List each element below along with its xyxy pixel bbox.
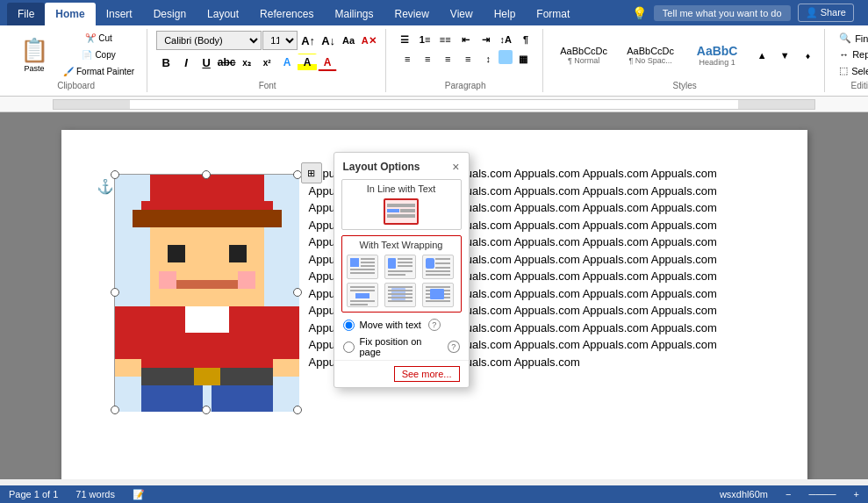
cut-button[interactable]: ✂️ Cut [58, 31, 140, 46]
fix-position-info-icon[interactable]: ? [448, 341, 459, 353]
share-icon: 👤 [806, 7, 818, 18]
font-color-button[interactable]: A [318, 54, 337, 71]
square-wrap-icon[interactable] [347, 255, 378, 279]
tight-wrap-icon[interactable] [384, 255, 416, 279]
multilevel-button[interactable]: ≡≡ [435, 31, 455, 48]
font-size-select[interactable]: 11 [262, 31, 298, 50]
tab-insert[interactable]: Insert [96, 3, 143, 25]
decrease-font-button[interactable]: A↓ [319, 32, 338, 49]
copy-button[interactable]: 📄 Copy [58, 47, 140, 62]
see-more-link[interactable]: See more... [394, 366, 460, 382]
tab-view[interactable]: View [440, 3, 484, 25]
subscript-button[interactable]: x₂ [237, 54, 256, 71]
handle-mid-left[interactable] [111, 288, 119, 297]
tab-help[interactable]: Help [484, 3, 527, 25]
svg-rect-12 [185, 306, 229, 333]
style-heading1[interactable]: AaBbC Heading 1 [685, 41, 749, 69]
zoom-in-button[interactable]: + [854, 489, 859, 499]
bold-button[interactable]: B [156, 54, 176, 71]
style-normal-preview: AaBbCcDc [560, 46, 607, 56]
selected-image-container[interactable]: ⊞ [114, 174, 298, 411]
format-painter-button[interactable]: 🖌️ Format Painter [58, 64, 140, 79]
line-spacing-button[interactable]: ↕ [478, 50, 498, 68]
replace-icon: ↔ [839, 49, 849, 60]
styles-scroll-up[interactable]: ▲ [752, 48, 771, 62]
highlight-button[interactable]: A [298, 54, 317, 71]
svg-rect-34 [398, 265, 412, 267]
style-no-spacing[interactable]: AaBbCcDc ¶ No Spac... [619, 43, 682, 68]
show-marks-button[interactable]: ¶ [516, 31, 535, 48]
align-left-button[interactable]: ≡ [398, 50, 417, 68]
underline-button[interactable]: U [197, 54, 216, 71]
top-bottom-wrap-icon[interactable] [347, 283, 378, 307]
tab-references[interactable]: References [249, 3, 324, 25]
increase-font-button[interactable]: A↑ [298, 32, 318, 49]
tab-format[interactable]: Format [526, 3, 580, 25]
ruler [0, 97, 868, 112]
sort-button[interactable]: ↕A [496, 31, 515, 48]
move-with-text-info-icon[interactable]: ? [428, 319, 441, 331]
find-button[interactable]: 🔍 Find ▼ [834, 31, 868, 46]
tab-design[interactable]: Design [143, 3, 197, 25]
fix-position-input[interactable] [343, 341, 355, 353]
handle-top-mid[interactable] [202, 170, 211, 179]
paste-button[interactable]: 📋 Paste [12, 32, 56, 77]
handle-mid-right[interactable] [293, 288, 302, 297]
zoom-slider[interactable]: ──── [808, 489, 836, 499]
change-case-button[interactable]: Aa [339, 32, 358, 49]
justify-button[interactable]: ≡ [458, 50, 477, 68]
pixel-art-image [115, 175, 299, 412]
handle-bot-mid[interactable] [202, 406, 211, 414]
handle-bot-left[interactable] [111, 406, 119, 414]
styles-group: AaBbCcDc ¶ Normal AaBbCcDc ¶ No Spac... … [545, 29, 825, 92]
svg-rect-24 [387, 214, 415, 218]
move-with-text-input[interactable] [343, 320, 355, 331]
tab-home[interactable]: Home [45, 3, 95, 25]
svg-rect-43 [350, 286, 375, 288]
shading-button[interactable] [499, 50, 513, 64]
numbering-button[interactable]: 1≡ [415, 31, 434, 48]
align-right-button[interactable]: ≡ [438, 50, 457, 68]
strikethrough-button[interactable]: abc [217, 54, 236, 71]
svg-rect-36 [388, 274, 405, 276]
bullets-button[interactable]: ☰ [395, 31, 414, 48]
in-front-text-icon[interactable] [422, 283, 454, 307]
svg-rect-40 [435, 267, 450, 269]
through-wrap-icon[interactable] [422, 255, 454, 279]
zoom-out-button[interactable]: − [786, 489, 791, 499]
handle-bot-right[interactable] [293, 406, 302, 414]
styles-scroll-down[interactable]: ▼ [775, 48, 794, 62]
text-effect-button[interactable]: A [277, 54, 297, 71]
behind-text-icon[interactable] [384, 283, 416, 307]
style-normal[interactable]: AaBbCcDc ¶ Normal [552, 43, 615, 68]
svg-rect-32 [398, 258, 412, 260]
move-with-text-radio[interactable]: Move with text ? [334, 316, 469, 334]
copy-label: Copy [95, 50, 115, 60]
styles-expand[interactable]: ⬧ [798, 48, 817, 62]
clear-format-button[interactable]: A✕ [359, 32, 378, 49]
share-button[interactable]: 👤 Share [798, 4, 854, 22]
handle-top-left[interactable] [111, 170, 119, 179]
popup-title: Layout Options [343, 161, 420, 173]
increase-indent-button[interactable]: ⇥ [476, 31, 495, 48]
align-center-button[interactable]: ≡ [418, 50, 437, 68]
borders-button[interactable]: ▦ [513, 50, 533, 68]
tab-layout[interactable]: Layout [197, 3, 249, 25]
fix-position-radio[interactable]: Fix position on page ? [334, 334, 469, 360]
font-group-content: Calibri (Body) 11 A↑ A↓ Aa A✕ B I U abc … [156, 31, 378, 79]
tell-me-input[interactable]: Tell me what you want to do [654, 5, 791, 21]
tab-review[interactable]: Review [384, 3, 439, 25]
font-family-select[interactable]: Calibri (Body) [156, 31, 262, 50]
superscript-button[interactable]: x² [257, 54, 276, 71]
popup-close-button[interactable]: × [452, 160, 459, 174]
paragraph-label: Paragraph [445, 81, 486, 90]
decrease-indent-button[interactable]: ⇤ [456, 31, 475, 48]
svg-rect-46 [350, 300, 375, 302]
italic-button[interactable]: I [176, 54, 196, 71]
select-button[interactable]: ⬚ Select ▼ [834, 63, 868, 78]
inline-text-icon[interactable] [384, 198, 419, 225]
replace-button[interactable]: ↔ Replace [834, 47, 868, 61]
layout-options-trigger[interactable]: ⊞ [301, 162, 322, 183]
tab-mailings[interactable]: Mailings [324, 3, 384, 25]
tab-file[interactable]: File [7, 3, 45, 25]
